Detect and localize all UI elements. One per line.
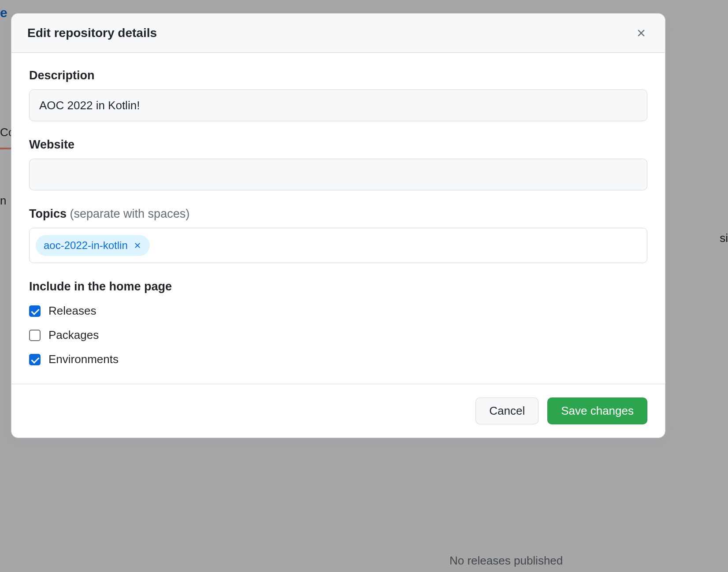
description-input[interactable] xyxy=(29,89,647,121)
include-option-releases: Releases xyxy=(29,304,647,318)
topics-label: Topics (separate with spaces) xyxy=(29,207,647,221)
topics-field: Topics (separate with spaces) aoc-2022-i… xyxy=(29,207,647,263)
environments-label: Environments xyxy=(48,353,119,366)
include-option-packages: Packages xyxy=(29,328,647,342)
include-heading: Include in the home page xyxy=(29,280,647,293)
include-option-environments: Environments xyxy=(29,353,647,366)
environments-checkbox[interactable] xyxy=(29,354,41,365)
modal-footer: Cancel Save changes xyxy=(11,384,665,438)
website-input[interactable] xyxy=(29,159,647,190)
save-changes-button[interactable]: Save changes xyxy=(547,397,647,424)
bg-releases-text: No releases published xyxy=(449,554,563,568)
close-icon xyxy=(133,241,142,250)
packages-label: Packages xyxy=(48,328,99,342)
modal-body: Description Website Topics (separate wit… xyxy=(11,53,665,384)
website-label: Website xyxy=(29,138,647,152)
description-field: Description xyxy=(29,69,647,121)
modal-header: Edit repository details xyxy=(11,14,665,53)
close-button[interactable] xyxy=(633,25,649,41)
topic-remove-button[interactable] xyxy=(133,241,142,250)
cancel-button[interactable]: Cancel xyxy=(475,397,539,424)
close-icon xyxy=(635,27,647,39)
topics-hint: (separate with spaces) xyxy=(70,207,190,220)
topic-chip: aoc-2022-in-kotlin xyxy=(36,235,150,256)
releases-checkbox[interactable] xyxy=(29,305,41,317)
include-section: Include in the home page Releases Packag… xyxy=(29,280,647,366)
edit-repo-details-modal: Edit repository details Description Webs… xyxy=(11,13,665,438)
topic-chip-text: aoc-2022-in-kotlin xyxy=(44,239,128,252)
description-label: Description xyxy=(29,69,647,82)
website-field: Website xyxy=(29,138,647,190)
bg-link-fragment: e xyxy=(0,5,7,20)
bg-right-fragment: si xyxy=(720,231,728,245)
bg-row-fragment: n xyxy=(0,194,6,208)
topics-label-text: Topics xyxy=(29,207,67,220)
releases-label: Releases xyxy=(48,304,96,318)
topics-input-box[interactable]: aoc-2022-in-kotlin xyxy=(29,228,647,263)
packages-checkbox[interactable] xyxy=(29,330,41,341)
modal-title: Edit repository details xyxy=(27,26,157,40)
